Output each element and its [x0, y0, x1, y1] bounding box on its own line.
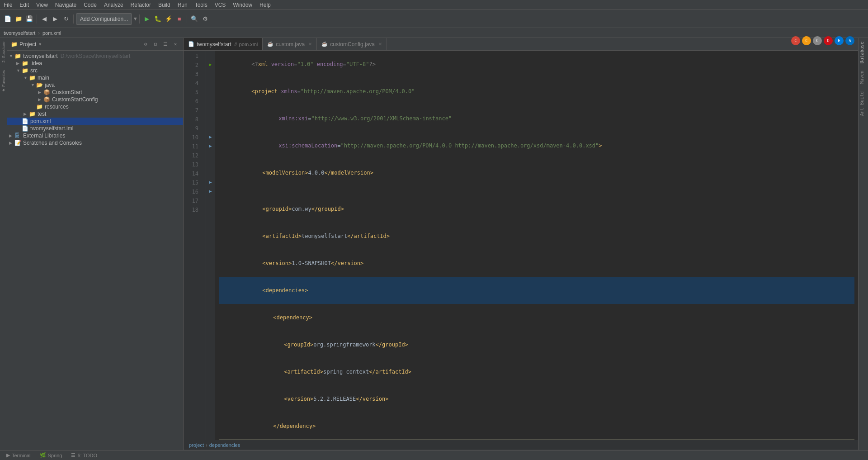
tab-pom-xml[interactable]: 📄 twomyselfstart // pom.xml: [184, 38, 263, 50]
menu-help[interactable]: Help: [256, 1, 274, 9]
tab-custom-icon: ☕: [267, 41, 274, 47]
tree-root[interactable]: ▼ 📁 twomyselfstart D:\workSpace\twomysel…: [7, 52, 183, 60]
forward-btn[interactable]: ▶: [50, 14, 60, 24]
chrome-orange-icon[interactable]: C: [802, 36, 811, 45]
open-btn[interactable]: 📁: [14, 14, 24, 24]
add-configuration-button[interactable]: Add Configuration...: [76, 13, 132, 25]
csc-arrow: ▶: [38, 97, 43, 102]
save-btn[interactable]: 💾: [24, 14, 34, 24]
todo-tab[interactable]: ☰ 6: TODO: [66, 451, 102, 460]
tree-idea[interactable]: ▶ 📁 .idea: [7, 60, 183, 67]
tree-resources[interactable]: 📁 resources: [7, 103, 183, 110]
maven-tab[interactable]: Maven: [859, 67, 868, 88]
menu-edit[interactable]: Edit: [16, 1, 33, 9]
editor-area: 📄 twomyselfstart // pom.xml ☕ custom.jav…: [184, 38, 858, 450]
menu-build[interactable]: Build: [155, 1, 174, 9]
code-line-10: <dependencies>: [219, 277, 854, 304]
gutter-15[interactable]: ▶: [206, 177, 215, 186]
gutter-14: [206, 168, 215, 177]
gutter-2[interactable]: ▶: [206, 60, 215, 69]
tab-pom-icon: 📄: [188, 41, 194, 47]
breadcrumb-sep: ›: [206, 442, 208, 448]
edge-icon[interactable]: E: [835, 36, 844, 45]
close-panel-icon[interactable]: ✕: [171, 40, 179, 48]
code-area[interactable]: <?xml version="1.0" encoding="UTF-8"?> <…: [215, 51, 858, 440]
settings-btn[interactable]: ⚙: [200, 14, 210, 24]
main-arrow: ▼: [24, 76, 29, 80]
menu-vcs[interactable]: VCS: [211, 1, 230, 9]
tree-customstartconfig[interactable]: ▶ 📦 CustomStartConfig: [7, 96, 183, 103]
tree-customstart[interactable]: ▶ 📦 CustomStart: [7, 89, 183, 96]
menu-navigate[interactable]: Navigate: [52, 1, 80, 9]
chrome-icon[interactable]: C: [791, 36, 800, 45]
gutter-7: [206, 105, 215, 114]
debug-btn[interactable]: 🐛: [153, 14, 163, 24]
menu-refactor[interactable]: Refactor: [127, 1, 155, 9]
opera-icon[interactable]: O: [824, 36, 833, 45]
structure-tab[interactable]: 2: Structure: [0, 38, 7, 66]
iml-name: twomyselfstart.iml: [30, 125, 73, 132]
database-tab[interactable]: Database: [859, 38, 868, 67]
spring-tab[interactable]: 🌿 Spring: [35, 451, 67, 460]
menu-view[interactable]: View: [33, 1, 52, 9]
chrome-gray-icon[interactable]: C: [813, 36, 822, 45]
terminal-tab[interactable]: ▶ Terminal: [2, 451, 35, 460]
tree-src[interactable]: ▼ 📁 src: [7, 67, 183, 74]
code-line-7: <groupId>com.wy</groupId>: [219, 195, 854, 223]
gutter-11[interactable]: ▶: [206, 141, 215, 150]
gutter-9: [206, 123, 215, 132]
tree-scratches[interactable]: ▶ 📝 Scratches and Consoles: [7, 139, 183, 147]
tab-customconfig-java[interactable]: ☕ customConfig.java ✕: [317, 38, 387, 50]
favorites-tab[interactable]: ★Favorites: [0, 66, 7, 96]
breadcrumb-dependencies[interactable]: dependencies: [209, 442, 241, 448]
menu-window[interactable]: Window: [229, 1, 256, 9]
ant-build-tab[interactable]: Ant Build: [859, 88, 868, 119]
breadcrumb-project[interactable]: project: [189, 442, 204, 448]
root-folder-icon: 📁: [14, 53, 22, 59]
tree-java[interactable]: ▼ 📂 java: [7, 81, 183, 89]
menu-run[interactable]: Run: [174, 1, 191, 9]
project-dropdown-icon[interactable]: ▼: [38, 42, 42, 47]
new-file-btn[interactable]: 📄: [3, 14, 13, 24]
gear-icon[interactable]: ☰: [161, 40, 170, 48]
tree-ext-libs[interactable]: ▶ 🗄 External Libraries: [7, 132, 183, 139]
tree-main[interactable]: ▼ 📁 main: [7, 74, 183, 81]
back-btn[interactable]: ◀: [39, 14, 49, 24]
add-config-dropdown[interactable]: ▼: [134, 16, 137, 22]
bottom-tabs-bar: ▶ Terminal 🌿 Spring ☰ 6: TODO: [0, 450, 868, 460]
java-folder-icon: 📂: [36, 82, 43, 88]
menu-code[interactable]: Code: [80, 1, 100, 9]
menu-analyze[interactable]: Analyze: [100, 1, 127, 9]
tree-iml[interactable]: 📄 twomyselfstart.iml: [7, 125, 183, 132]
sync-icon[interactable]: ⚙: [142, 40, 150, 48]
stop-btn[interactable]: ■: [175, 14, 184, 24]
java-name: java: [45, 82, 55, 88]
menu-tools[interactable]: Tools: [191, 1, 211, 9]
file-tree: ▼ 📁 twomyselfstart D:\workSpace\twomysel…: [7, 51, 183, 450]
gutter-13: [206, 159, 215, 168]
root-name: twomyselfstart: [23, 53, 58, 59]
tree-test[interactable]: ▶ 📁 test: [7, 110, 183, 118]
tab-custom-close[interactable]: ✕: [308, 42, 312, 47]
menu-file[interactable]: File: [0, 1, 16, 9]
test-name: test: [38, 111, 46, 117]
code-line-13: <artifactId>spring-context</artifactId>: [219, 358, 854, 385]
gutter-16[interactable]: ▶: [206, 186, 215, 195]
toolbar-sep-3: [139, 14, 140, 24]
gutter-10[interactable]: ▶: [206, 132, 215, 141]
res-icon: 📁: [36, 104, 43, 110]
run-btn[interactable]: ▶: [142, 14, 152, 24]
pi-version-attr: version: [271, 61, 294, 67]
pi-tag: xml: [258, 61, 268, 67]
collapse-icon[interactable]: ⊟: [151, 40, 160, 48]
safari-icon[interactable]: S: [845, 36, 854, 45]
tree-pomxml[interactable]: 📄 pom.xml: [7, 118, 183, 125]
refresh-btn[interactable]: ↻: [61, 14, 71, 24]
pom-icon: 📄: [22, 118, 29, 124]
src-folder-icon: 📁: [22, 67, 29, 74]
find-btn[interactable]: 🔍: [189, 14, 199, 24]
tab-customconfig-close[interactable]: ✕: [378, 42, 382, 47]
tab-custom-java[interactable]: ☕ custom.java ✕: [263, 38, 317, 50]
run-with-coverage-btn[interactable]: ⚡: [164, 14, 174, 24]
menu-bar: File Edit View Navigate Code Analyze Ref…: [0, 0, 868, 10]
